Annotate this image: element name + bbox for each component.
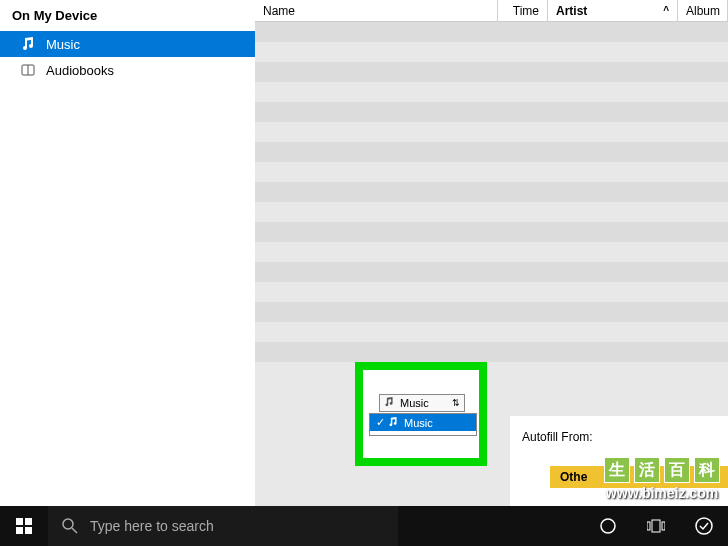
table-row[interactable] [255,62,728,82]
table-header: Name Time Artist ^ Album [255,0,728,22]
sidebar-item-audiobooks[interactable]: Audiobooks [0,57,255,83]
watermark: 生 活 百 科 www.bimeiz.com [604,457,720,501]
taskbar: Type here to search [0,506,728,546]
taskbar-app[interactable] [680,506,728,546]
sidebar-item-music[interactable]: Music [0,31,255,57]
table-row[interactable] [255,322,728,342]
table-row[interactable] [255,42,728,62]
table-row[interactable] [255,262,728,282]
start-button[interactable] [0,506,48,546]
music-icon [388,417,400,429]
sidebar-item-label: Music [46,37,80,52]
svg-rect-4 [16,527,23,534]
search-placeholder: Type here to search [90,518,214,534]
table-row[interactable] [255,102,728,122]
dropdown-option-label: Music [404,417,433,429]
column-header-album[interactable]: Album [678,0,728,21]
dropdown-option-music[interactable]: ✓ Music [370,414,476,431]
svg-rect-3 [25,518,32,525]
sort-indicator-icon: ^ [663,5,669,16]
svg-rect-11 [662,522,665,530]
highlight-annotation: Music ⇅ ✓ Music [355,362,487,466]
column-header-name[interactable]: Name [255,0,498,21]
table-row[interactable] [255,162,728,182]
svg-rect-5 [25,527,32,534]
check-icon: ✓ [374,416,386,429]
table-row[interactable] [255,182,728,202]
autofill-dropdown-menu: ✓ Music [369,413,477,436]
music-icon [20,36,36,52]
table-row[interactable] [255,342,728,362]
svg-point-6 [63,519,73,529]
table-row[interactable] [255,222,728,242]
chevron-updown-icon: ⇅ [452,398,460,408]
sidebar-item-label: Audiobooks [46,63,114,78]
svg-line-7 [72,528,77,533]
search-icon [62,518,78,534]
windows-icon [16,518,32,534]
taskview-icon [647,519,665,533]
column-header-artist[interactable]: Artist ^ [548,0,678,21]
svg-point-8 [601,519,615,533]
table-row[interactable] [255,362,728,382]
autofill-label: Autofill From: [522,430,593,444]
svg-point-12 [696,518,712,534]
table-row[interactable] [255,122,728,142]
sidebar: On My Device Music Audiobooks [0,0,255,546]
main-area: Name Time Artist ^ Album Autofill From: … [255,0,728,506]
watermark-url: www.bimeiz.com [604,485,720,501]
table-row[interactable] [255,22,728,42]
sidebar-header: On My Device [0,0,255,31]
svg-rect-9 [647,522,650,530]
shield-icon [695,517,713,535]
taskbar-search[interactable]: Type here to search [48,506,398,546]
column-header-time[interactable]: Time [498,0,548,21]
table-row[interactable] [255,142,728,162]
table-row[interactable] [255,282,728,302]
table-row[interactable] [255,82,728,102]
circle-icon [599,517,617,535]
autofill-dropdown[interactable]: Music ⇅ [379,394,465,412]
table-row[interactable] [255,302,728,322]
cortana-button[interactable] [584,506,632,546]
table-body [255,22,728,446]
dropdown-selected-label: Music [400,397,429,409]
svg-rect-10 [652,520,660,532]
dropdown-option[interactable] [370,431,476,435]
table-row[interactable] [255,202,728,222]
book-icon [20,62,36,78]
other-label: Othe [560,470,587,484]
music-icon [384,397,396,409]
svg-rect-2 [16,518,23,525]
table-row[interactable] [255,242,728,262]
task-view-button[interactable] [632,506,680,546]
